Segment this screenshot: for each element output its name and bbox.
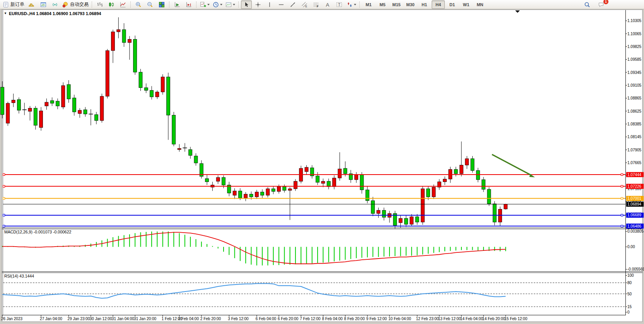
zoom-out-button[interactable] <box>145 0 155 9</box>
hline-handle[interactable] <box>621 225 623 227</box>
candle-body <box>465 159 469 165</box>
fibo-button[interactable]: F <box>311 0 321 9</box>
timeframe-D1-button[interactable]: D1 <box>446 0 459 9</box>
timeframe-M30-button[interactable]: M30 <box>404 0 417 9</box>
price-tick-label: 1.08625 <box>627 109 642 113</box>
hline-handle[interactable] <box>621 197 623 199</box>
timeframe-MN-button[interactable]: MN <box>473 0 487 9</box>
hline-handle[interactable] <box>621 185 623 187</box>
zoom-in-button[interactable] <box>133 0 144 9</box>
text-label-button[interactable]: T <box>334 0 345 9</box>
zoom-out-icon <box>147 2 153 8</box>
autotrade-button[interactable]: 自动交易 <box>61 0 90 9</box>
candle-body <box>28 108 32 111</box>
templates-button[interactable] <box>224 0 236 9</box>
toolbar-separator <box>169 2 170 8</box>
candle-body <box>366 190 369 201</box>
time-tick-label: 12 Feb 23:00 <box>416 317 439 321</box>
candle-body <box>476 170 480 180</box>
chart-window-button[interactable] <box>38 0 49 9</box>
mt4-terminal: { "toolbar": { "groups": [ {"name":"trad… <box>0 0 644 324</box>
macd-axis-label: 0.00 <box>627 245 635 249</box>
text-label-icon: T <box>336 2 342 8</box>
arrows-button[interactable] <box>345 0 357 9</box>
timeframe-W1-button[interactable]: W1 <box>460 0 473 9</box>
hline-handle[interactable] <box>3 185 5 187</box>
candle-body <box>167 77 170 115</box>
candle-body <box>216 178 220 182</box>
hline-handle[interactable] <box>621 174 623 176</box>
candle-body <box>67 84 70 99</box>
candle-body <box>194 156 198 163</box>
gold-bars-button[interactable] <box>26 0 37 9</box>
arrows-icon <box>347 2 353 8</box>
svg-text:E: E <box>306 5 307 8</box>
hline-handle[interactable] <box>621 214 623 216</box>
price-tick-label: 1.10305 <box>627 19 642 23</box>
symbol-dropdown-icon[interactable]: ▼ <box>4 12 7 15</box>
candle-body <box>294 181 297 189</box>
timeframe-M1-button[interactable]: M1 <box>362 0 375 9</box>
auto-scroll-button[interactable] <box>172 0 183 9</box>
hline-handle[interactable] <box>3 214 5 216</box>
hline-price-label: 1.07226 <box>627 184 642 189</box>
candle-body <box>1 87 4 115</box>
hline-handle[interactable] <box>3 225 5 227</box>
hline-handle[interactable] <box>3 197 5 199</box>
candle-body <box>189 149 192 155</box>
candle-body <box>493 204 496 222</box>
tile-windows-icon <box>159 2 165 8</box>
rsi-axis-label: 0 <box>627 310 630 314</box>
candle-body <box>377 210 380 213</box>
indicators-button[interactable] <box>199 0 211 9</box>
autotrade-icon <box>62 2 68 8</box>
trendline-button[interactable] <box>287 0 298 9</box>
timeframe-M15-button[interactable]: M15 <box>390 0 403 9</box>
hline-button[interactable] <box>276 0 287 9</box>
candle-body <box>333 178 336 187</box>
text-button[interactable]: A <box>322 0 333 9</box>
chart-canvas[interactable]: 1.103051.100651.098251.095851.093451.091… <box>0 0 644 324</box>
line-chart-button[interactable] <box>118 0 128 9</box>
search-button[interactable] <box>582 0 593 9</box>
tile-windows-button[interactable] <box>156 0 167 9</box>
new-order-button[interactable]: 新订单 <box>2 0 26 9</box>
signal-button[interactable] <box>50 0 60 9</box>
chart-shift-button[interactable] <box>183 0 194 9</box>
candle-body <box>399 218 402 223</box>
timeframe-H1-button[interactable]: H1 <box>418 0 431 9</box>
vline-button[interactable] <box>264 0 275 9</box>
hline-price-label: 1.06689 <box>627 213 642 217</box>
time-tick-label: 8 Feb 04:00 <box>322 317 343 321</box>
hline-handle[interactable] <box>3 174 5 176</box>
candle-body <box>222 178 225 185</box>
candle-body <box>133 39 137 72</box>
candle-body <box>50 101 54 103</box>
candle-body <box>12 100 15 103</box>
chart-window <box>2 10 642 322</box>
hline-price-label: 1.06486 <box>627 224 642 228</box>
cursor-button[interactable] <box>241 0 252 9</box>
periods-button[interactable] <box>212 0 224 9</box>
time-tick-label: 8 Feb 20:00 <box>344 317 365 321</box>
toolbar-separator <box>92 2 92 8</box>
candle-body <box>128 39 131 43</box>
crosshair-button[interactable] <box>253 0 263 9</box>
time-tick-label: 14 Feb 04:00 <box>460 317 483 321</box>
timeframe-M5-button[interactable]: M5 <box>376 0 389 9</box>
bars-chart-button[interactable] <box>94 0 105 9</box>
auto-scroll-icon <box>174 2 180 8</box>
candle-body <box>78 110 82 113</box>
timeframe-H4-button[interactable]: H4 <box>432 0 445 9</box>
signal-icon <box>52 2 58 8</box>
hline-price-label: 1.07001 <box>627 196 642 201</box>
time-tick-label: 14 Feb 20:00 <box>482 317 505 321</box>
chat-button[interactable]: 1 <box>596 0 606 9</box>
price-tick-label: 1.08145 <box>627 135 642 139</box>
channel-button[interactable]: E <box>299 0 310 9</box>
price-tick-label: 1.07905 <box>627 148 642 152</box>
candle-body <box>410 217 413 224</box>
time-tick-label: 29 Jan 23:00 <box>68 317 90 321</box>
rsi-label: RSI(14) 43.1444 <box>4 274 34 278</box>
candles-chart-button[interactable] <box>106 0 117 9</box>
